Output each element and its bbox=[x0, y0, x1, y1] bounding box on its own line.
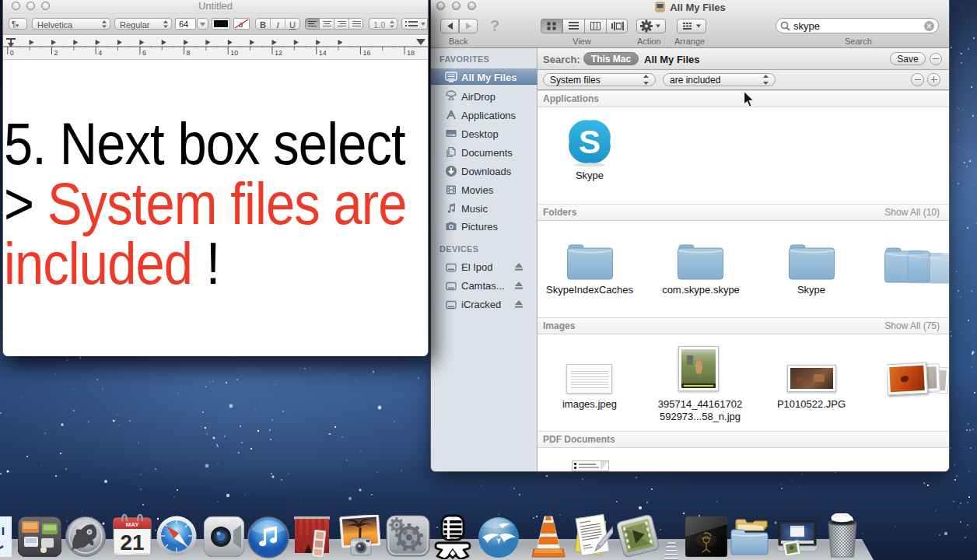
svg-text:0: 0 bbox=[10, 49, 14, 57]
svg-text:MAY: MAY bbox=[125, 521, 139, 528]
svg-text:4: 4 bbox=[98, 49, 102, 57]
svg-text:2: 2 bbox=[54, 49, 58, 57]
svg-text:6: 6 bbox=[142, 49, 146, 57]
svg-text:21: 21 bbox=[120, 530, 144, 555]
svg-text:8: 8 bbox=[187, 49, 191, 57]
svg-text:S: S bbox=[579, 124, 601, 160]
svg-text:16: 16 bbox=[362, 49, 370, 57]
svg-text:12: 12 bbox=[275, 49, 282, 57]
svg-text:10: 10 bbox=[230, 49, 238, 57]
svg-text:14: 14 bbox=[319, 49, 327, 57]
svg-text:18: 18 bbox=[407, 49, 415, 57]
